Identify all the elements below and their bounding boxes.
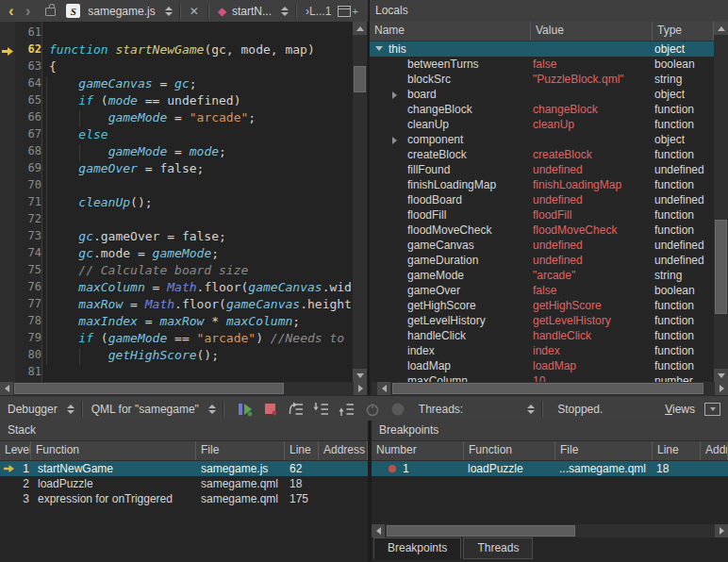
code-line-marker[interactable] [0,348,15,365]
code-line-marker[interactable] [0,195,15,212]
debugger-engine-selector[interactable]: Debugger [8,403,58,416]
line-number[interactable]: 66 [15,110,41,127]
views-dropdown-icon[interactable] [704,403,720,416]
scroll-up-icon[interactable] [353,22,367,35]
line-number[interactable]: 64 [15,76,41,93]
scroll-right-icon[interactable] [715,382,728,395]
locals-row[interactable]: loadMaploadMapfunction [370,358,728,373]
locals-row[interactable]: floodBoardundefinedundefined [370,192,728,207]
locals-row[interactable]: fillFoundundefinedundefined [370,162,728,177]
code-line[interactable]: 74 gc.mode = gameMode; [0,246,353,263]
hscroll-thumb[interactable] [14,383,284,394]
column-header-function[interactable]: Function [464,441,555,460]
tab-threads[interactable]: Threads [463,537,533,559]
line-number[interactable]: 68 [15,144,41,161]
lock-icon[interactable] [45,8,56,16]
line-number[interactable]: 61 [15,25,41,42]
breakpoint-row[interactable]: 1loadPuzzle...samegame.qml18 [372,461,728,476]
code-line[interactable]: 69 gameOver = false; [0,161,353,178]
code-line[interactable]: 65 if (mode == undefined) [0,93,353,110]
code-line-marker[interactable] [0,127,15,144]
code-line-marker[interactable] [0,365,15,382]
column-header-address[interactable]: Address [319,441,368,460]
locals-row[interactable]: getLevelHistorygetLevelHistoryfunction [370,313,728,328]
locals-row[interactable]: gameDurationundefinedundefined [370,253,728,268]
column-header-addre[interactable]: Addre [701,441,728,460]
close-document-icon[interactable]: ✕ [188,5,201,18]
column-header-value[interactable]: Value [531,22,653,41]
column-header-level[interactable]: Level [0,441,31,460]
locals-row[interactable]: gameCanvasundefinedundefined [370,238,728,253]
code-line-marker[interactable] [0,229,15,246]
locals-row[interactable]: componentobject [370,132,728,147]
stack-frame-row[interactable]: 3expression for onTriggeredsamegame.qml1… [0,491,368,506]
code-editor[interactable]: 6162function startNewGame(gc, mode, map)… [0,22,368,382]
line-number[interactable]: 62 [15,42,41,59]
editor-hscrollbar[interactable] [0,382,367,395]
forward-icon[interactable]: › [22,2,35,21]
scroll-right-icon[interactable] [715,524,728,537]
step-into-icon[interactable] [310,400,333,419]
code-line[interactable]: 73 gc.gameOver = false; [0,229,353,246]
hscroll-thumb[interactable] [392,383,703,394]
locals-row[interactable]: maxColumn10number [370,373,728,382]
hscroll-thumb[interactable] [387,525,575,537]
continue-icon[interactable] [234,400,256,419]
code-line-marker[interactable] [0,144,15,161]
line-number[interactable]: 78 [15,314,41,331]
locals-row[interactable]: thisobject [370,41,728,57]
code-line-marker[interactable] [0,25,15,42]
locals-row[interactable]: handleClickhandleClickfunction [370,328,728,343]
locals-row[interactable]: finishLoadingMapfinishLoadingMapfunction [370,177,728,192]
code-line-marker[interactable] [0,161,15,178]
line-number[interactable]: 71 [15,195,41,212]
back-icon[interactable]: ‹ [5,2,18,21]
code-line[interactable]: 80 getHighScore(); [0,348,353,365]
scroll-down-icon[interactable] [714,369,728,382]
line-number[interactable]: 77 [15,297,41,314]
expander-open-icon[interactable] [375,46,383,51]
scroll-left-icon[interactable] [0,382,13,395]
expander-closed-icon[interactable] [392,137,397,144]
code-line[interactable]: 79 if (gameMode == "arcade") //Needs to [0,331,353,348]
breakpoints-hscrollbar[interactable] [372,524,728,537]
locals-vscrollbar[interactable] [714,22,728,382]
code-line[interactable]: 66 gameMode = "arcade"; [0,110,353,127]
locals-row[interactable]: changeBlockchangeBlockfunction [370,102,728,117]
engine-combo-arrows-icon[interactable] [67,405,74,414]
scroll-up-icon[interactable] [714,22,728,35]
locals-row[interactable]: cleanUpcleanUpfunction [370,117,728,132]
line-number[interactable]: 63 [15,59,41,76]
code-line[interactable]: 62function startNewGame(gc, mode, map) [0,42,353,59]
locals-row[interactable]: getHighScoregetHighScorefunction [370,298,728,313]
column-header-line[interactable]: Line [285,441,319,460]
code-line-marker[interactable] [0,42,15,59]
code-line[interactable]: 70 [0,178,353,195]
code-line-marker[interactable] [0,59,15,76]
locals-row[interactable]: createBlockcreateBlockfunction [370,147,728,162]
code-line[interactable]: 64 gameCanvas = gc; [0,76,353,93]
locals-row[interactable]: indexindexfunction [370,343,728,358]
interrupt-icon[interactable] [259,400,282,419]
code-line-marker[interactable] [0,110,15,127]
line-number[interactable]: 72 [15,212,41,229]
code-line-marker[interactable] [0,246,15,263]
runconfig-combo-arrows-icon[interactable] [208,405,216,414]
code-line-marker[interactable] [0,280,15,297]
code-line[interactable]: 75 // Calculate board size [0,263,353,280]
code-line[interactable]: 81 [0,365,353,382]
line-number[interactable]: 79 [15,331,41,348]
scroll-right-icon[interactable] [354,382,367,395]
code-line-marker[interactable] [0,212,15,229]
code-line[interactable]: 68 gameMode = mode; [0,144,353,161]
code-line[interactable]: 63{ [0,59,353,76]
code-line-marker[interactable] [0,178,15,195]
code-line-marker[interactable] [0,297,15,314]
line-number[interactable]: 70 [15,178,41,195]
code-line-marker[interactable] [0,314,15,331]
code-line[interactable]: 76 maxColumn = Math.floor(gameCanvas.wid [0,280,353,297]
stack-frame-row[interactable]: 1startNewGamesamegame.js62 [0,461,368,476]
split-editor-icon[interactable] [338,6,351,17]
tab-breakpoints[interactable]: Breakpoints [373,537,461,559]
locals-row[interactable]: gameOverfalseboolean [370,283,728,298]
